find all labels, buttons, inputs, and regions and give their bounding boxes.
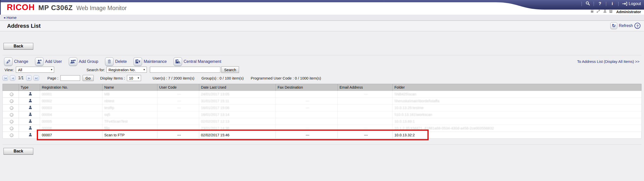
central-management-icon — [174, 57, 182, 66]
cell-registration-no: 00001 — [40, 91, 103, 98]
cell-name: filip — [103, 125, 157, 132]
add-user-button[interactable]: Add User — [35, 57, 62, 66]
address-table-body: 00001 MB --- 24/01/2017 13:05 --- \\NB42… — [3, 91, 641, 139]
device-model: MP C306Z — [38, 4, 73, 12]
change-button[interactable]: Change — [4, 57, 28, 66]
add-group-icon — [69, 57, 77, 66]
cell-fax-destination — [276, 118, 338, 125]
toolbar: Change Add User Add Group Delete Mainten… — [4, 57, 221, 67]
row-select-radio[interactable] — [10, 127, 13, 130]
cell-name: nbtest — [103, 98, 157, 105]
go-button[interactable]: Go — [83, 75, 94, 81]
search-icon[interactable] — [585, 1, 590, 7]
app-header: RICOH MP C306Z Web Image Monitor ? i Log… — [0, 0, 644, 15]
prev-page-button[interactable]: ◀ — [10, 75, 15, 81]
central-management-button[interactable]: Central Management — [174, 57, 221, 66]
to-address-list-link[interactable]: To Address List (Display All Items) >> — [577, 59, 639, 64]
programmed-user-code-count: Programmed User Code : 0 / 1000 item(s) — [251, 76, 321, 80]
back-button-bottom[interactable]: Back — [4, 148, 33, 154]
user-type-icon — [28, 127, 32, 131]
cell-date-last-used: 31/01/2017 15:11 — [199, 98, 276, 105]
app-title: Web Image Monitor — [76, 5, 127, 12]
display-items-select[interactable]: 10 ▼ — [127, 75, 141, 81]
cell-registration-no: 00003 — [40, 105, 103, 111]
user-icon — [603, 9, 607, 14]
logout-icon — [622, 2, 627, 6]
row-type-cell — [19, 91, 40, 98]
next-page-button[interactable]: ▶ — [26, 75, 32, 81]
cell-name: MB — [103, 91, 157, 98]
page-indicator: 1/1 — [18, 76, 24, 80]
delete-button[interactable]: Delete — [105, 57, 127, 66]
row-select-radio[interactable] — [10, 113, 13, 117]
divider — [3, 55, 641, 55]
cell-registration-no: 00002 — [40, 98, 103, 105]
cell-name: Scan to FTP — [103, 132, 157, 139]
lock-icon — [590, 9, 594, 14]
cell-fax-destination — [276, 91, 338, 98]
document-icon — [609, 9, 613, 14]
row-select-radio[interactable] — [10, 134, 13, 137]
cell-date-last-used: 24/01/2017 13:05 — [199, 91, 276, 98]
row-select-radio[interactable] — [10, 99, 13, 103]
refresh-label[interactable]: Refresh — [619, 23, 633, 28]
cell-folder: 10.0.13.25:testme — [393, 105, 641, 111]
info-icon[interactable]: i — [610, 1, 615, 6]
row-type-cell — [19, 118, 40, 125]
cell-fax-destination — [276, 111, 338, 118]
row-select-radio[interactable] — [10, 93, 13, 96]
view-select[interactable]: All ▼ — [16, 67, 54, 73]
search-button[interactable]: Search — [221, 66, 239, 73]
cell-user-code — [157, 111, 199, 118]
row-type-cell — [19, 125, 40, 132]
row-type-cell — [19, 132, 40, 139]
table-row: 00002 nbtest --- 31/01/2017 15:11 --- \\… — [3, 98, 641, 105]
add-group-button[interactable]: Add Group — [69, 57, 98, 66]
cell-fax-destination: --- — [276, 125, 338, 132]
cell-registration-no: 00006 — [40, 125, 103, 132]
col-email-address: Email Address — [338, 84, 393, 91]
divider — [582, 2, 582, 6]
chevron-down-icon: ▼ — [137, 77, 140, 79]
page-input[interactable] — [60, 75, 80, 81]
divider — [3, 144, 641, 145]
search-for-select[interactable]: Registration No. ▼ — [107, 67, 147, 73]
back-button-top[interactable]: Back — [4, 43, 33, 49]
cell-user-code: --- — [157, 132, 199, 139]
row-select-cell — [3, 91, 19, 98]
user-type-icon — [28, 99, 32, 104]
row-select-radio[interactable] — [10, 120, 13, 123]
table-row: 00004 sq5 16/01/2017 13:14 \\10.0.13.161… — [3, 111, 641, 118]
cell-email-address: --- — [338, 132, 393, 139]
cell-fax-destination: --- — [276, 98, 338, 105]
logged-in-user: Administrator — [616, 10, 641, 14]
trash-icon — [105, 57, 114, 66]
search-input[interactable] — [150, 67, 220, 73]
table-header-row: Type Registration No. Name User Code Dat… — [3, 84, 641, 91]
row-select-cell — [3, 105, 19, 111]
cell-registration-no: 00004 — [40, 111, 103, 118]
filter-row: View: All ▼ Search for: Registration No.… — [5, 66, 239, 73]
col-fax-destination: Fax Destination — [276, 84, 338, 91]
main-content: Back Change Add User Add Group Delete — [0, 31, 644, 181]
refresh-icon: ↻ — [612, 23, 616, 28]
breadcrumb-home-link[interactable]: Home — [7, 15, 17, 20]
help-icon[interactable]: ? — [597, 1, 602, 6]
cell-email-address — [338, 118, 393, 125]
logout-button[interactable]: Logout — [622, 2, 641, 6]
last-page-button[interactable]: ▶| — [33, 75, 39, 81]
row-select-radio[interactable] — [10, 106, 13, 110]
refresh-button[interactable]: ↻ — [610, 22, 617, 29]
cell-name: TFv4ScanTest — [103, 118, 157, 125]
maintenance-button[interactable]: Maintenance — [133, 57, 167, 66]
cell-email-address — [338, 111, 393, 118]
cell-user-code — [157, 125, 199, 132]
first-page-button[interactable]: |◀ — [3, 75, 8, 81]
breadcrumb: ◀ Home — [0, 15, 644, 21]
page-help-button[interactable]: ? — [634, 23, 640, 29]
network-icon — [596, 9, 601, 14]
table-row: 00006 filip 23/01/2017 14:36 --- --- 10.… — [3, 125, 641, 132]
cell-user-code — [157, 118, 199, 125]
search-for-label: Search for: — [86, 68, 105, 72]
cell-registration-no: 00007 — [40, 132, 103, 139]
